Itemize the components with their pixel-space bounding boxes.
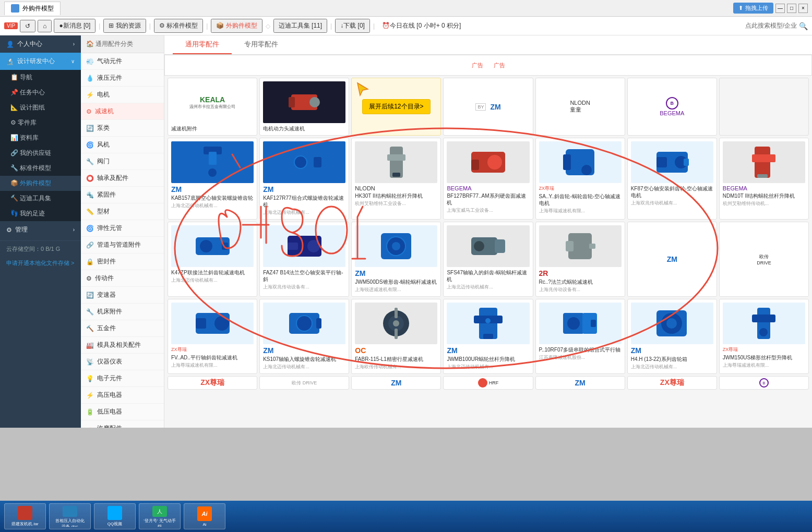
taskbar-item-3[interactable]: 人 '登月号' 无气动手指 [139, 503, 181, 529]
product-card-7[interactable]: K47ZP联接法兰斜齿轮减速电机 上海北迈传动机械有... [168, 222, 257, 297]
purchased-models-button[interactable]: 📦 外购件模型 [211, 19, 262, 33]
tools-button[interactable]: 迈迪工具集 [11] [273, 19, 327, 33]
upload-button[interactable]: ⬆ 拖拽上传 [733, 3, 773, 14]
cat-item-seal[interactable]: 🔒 密封件 [81, 253, 164, 270]
product-card-0[interactable]: ZM KAB157底脚空心轴安装螺旋锥齿轮 上海北迈传动机械有... [168, 138, 257, 220]
cat-item-valve[interactable]: 🔧 阀门 [81, 153, 164, 170]
taskbar: 搭建发机机.tar 首相压入自动化设备.doc QQ视频 人 '登月号' 无气动… [0, 501, 812, 532]
sidebar-item-nav[interactable]: 📋 导航 [0, 70, 81, 85]
search-icon[interactable]: 🔍 [799, 22, 808, 30]
cat-item-reducer[interactable]: ⚙ 减速机 [81, 103, 164, 120]
product-card-18[interactable]: ZX尊瑞 JWM150US梯形丝杆型升降机 上海尊瑞减速机有限... [719, 299, 809, 374]
new-message-button[interactable]: ●新消息 [0] [54, 19, 95, 33]
sidebar-item-tools[interactable]: 🔨 迈迪工具集 [0, 191, 81, 206]
minimize-button[interactable]: — [775, 4, 785, 13]
cat-item-fastener[interactable]: 🔩 紧固件 [81, 187, 164, 203]
sidebar-item-parts[interactable]: ⚙ 零件库 [0, 115, 81, 130]
category-icon: 🏠 [86, 40, 94, 47]
cat-item-machine-tool[interactable]: 🔧 机床附件 [81, 304, 164, 320]
cat-item-motor[interactable]: ⚡ 电机 [81, 87, 164, 103]
open-local-storage[interactable]: 申请开通本地化文件存储 > [0, 257, 81, 269]
sidebar-item-footprint[interactable]: 👣 我的足迹 [0, 206, 81, 221]
cat-item-lv[interactable]: 🔋 低压电器 [81, 404, 164, 420]
product-card-11[interactable]: 2R Rc..?法兰式蜗轮减速机 上海兆传动设备有... [535, 222, 625, 297]
sidebar-item-design[interactable]: 🔬 设计研发中心 ∨ [0, 53, 81, 70]
product-card-12[interactable]: ZX尊瑞 FV..AD..平行轴斜齿轮减速机 上海尊瑞减速机有限... [168, 299, 257, 374]
sidebar-item-data[interactable]: 📊 资料库 [0, 130, 81, 146]
bearing-icon: ⭕ [86, 175, 94, 182]
product-card-6[interactable]: BEGEMA NDM10T II结构蜗轮丝杆升降机 杭州艾勒维特传动机... [719, 138, 809, 220]
taskbar-item-2[interactable]: QQ视频 [94, 503, 136, 529]
home-button[interactable]: ⌂ [38, 20, 52, 32]
category-panel: 🏠 通用配件分类 💨 气动元件 💧 液压元件 ⚡ 电机 ⚙ 减速机 🔄 泵类 🌀… [81, 35, 164, 428]
cat-item-hydraulic[interactable]: 💧 液压元件 [81, 70, 164, 87]
cat-item-spring[interactable]: 🌀 弹性元管 [81, 220, 164, 237]
product-card-8[interactable]: FAZ47 B14法兰空心轴安装平行轴-斜 上海双兆传动设备有... [259, 222, 349, 297]
arrow-icon: › [73, 41, 75, 47]
svg-rect-12 [387, 154, 405, 161]
product-card-13[interactable]: ZM KS107轴输入螺旋锥齿轮减速机 上海北迈传动机械有... [259, 299, 349, 374]
cat-item-auto[interactable]: 🚗 汽摩配件 [81, 420, 164, 428]
cat-item-electronic[interactable]: 💡 电子元件 [81, 370, 164, 387]
cat-item-profile[interactable]: 📏 型材 [81, 203, 164, 220]
taskbar-item-0[interactable]: 搭建发机机.tar [4, 503, 46, 529]
sidebar-item-purchased[interactable]: 📦 外购件模型 [0, 176, 81, 191]
taskbar-item-1[interactable]: 首相压入自动化设备.doc [49, 503, 91, 529]
product-card-16[interactable]: P..10RF07多级串联的组合式平行轴 江苏秦隆减速机股份... [535, 299, 625, 374]
my-resources-button[interactable]: ⊞ 我的资源 [103, 19, 146, 33]
sidebar-item-admin[interactable]: ⚙ 管理 › [0, 221, 81, 238]
taskbar-label-0: 搭建发机机.tar [11, 521, 39, 527]
product-card-15[interactable]: ZM JWMB100UR蜗轮丝杆升降机 上海北迈传动机械有... [443, 299, 533, 374]
cat-item-pneumatic[interactable]: 💨 气动元件 [81, 53, 164, 70]
download-button[interactable]: ↓下载 [0] [335, 19, 370, 33]
sidebar-item-task[interactable]: 📌 任务中心 [0, 85, 81, 100]
expand-button[interactable]: 展开后续12个目录> [362, 99, 430, 114]
taskbar-item-4[interactable]: Ai Ai [184, 503, 225, 529]
product-card-14[interactable]: OC FABR-115-L1精密行星减速机 上海欧传传动机械有... [351, 299, 441, 374]
product-card-2[interactable]: NLODN HK30T II结构蜗轮丝杆升降机 杭州艾勒维特工业设备... [351, 138, 441, 220]
product-card-10[interactable]: SFS47轴输入的斜齿-蜗轮蜗杆减速机 上海北迈传动机械有... [443, 222, 533, 297]
svg-rect-25 [752, 154, 775, 162]
cat-item-transmission[interactable]: ⚙ 传动件 [81, 270, 164, 287]
search-label[interactable]: 点此搜索模型/企业 [745, 21, 797, 30]
svg-rect-21 [656, 157, 667, 167]
sidebar-item-drawings[interactable]: 📐 设计图纸 [0, 100, 81, 115]
product-card-keala[interactable]: KEALA 温州市卡拉五金有限公司 减速机附件 [168, 78, 257, 136]
expand-menu-card[interactable]: 展开后续12个目录> [351, 78, 441, 136]
tab-general[interactable]: 通用零配件 [173, 35, 232, 54]
product-card-3[interactable]: BEGEMA BF127BRF77..AM系列硬齿面减速机 上海宝威马工业设备.… [443, 138, 533, 220]
refresh-button[interactable]: ↺ [20, 20, 35, 32]
instrument-icon: 📡 [86, 358, 94, 366]
tab-special[interactable]: 专用零配件 [232, 35, 291, 54]
drawing-icon: 📐 [10, 104, 18, 111]
svg-point-16 [487, 154, 503, 170]
vip-badge[interactable]: VIP [4, 22, 18, 29]
product-card-motor-reducer[interactable]: 电机动力头减速机 [259, 78, 349, 136]
cat-item-mold[interactable]: 🏭 模具及相关配件 [81, 337, 164, 354]
product-card-1[interactable]: ZM KAF127R77组合式螺旋锥齿轮减速机 上海北迈传动机械有... [259, 138, 349, 220]
cat-item-hv[interactable]: ⚡ 高压电器 [81, 387, 164, 404]
svg-rect-23 [684, 159, 689, 166]
cat-item-pump[interactable]: 🔄 泵类 [81, 120, 164, 137]
product-card-17[interactable]: ZM H4.H (13-22)系列齿轮箱 上海北迈传动机械有... [627, 299, 717, 374]
sidebar-item-suppliers[interactable]: 🔗 我的供应链 [0, 146, 81, 161]
close-button[interactable]: × [798, 4, 808, 13]
product-img-17 [631, 303, 713, 344]
product-card-5[interactable]: KF87空心轴安装斜齿轮-空心轴减速电机 上海双兆传动机械有... [627, 138, 717, 220]
product-img-15 [447, 303, 529, 344]
svg-rect-13 [392, 173, 400, 177]
product-img-motor [263, 81, 345, 123]
product-card-9[interactable]: ZM JWM500DS锥形齿-蜗轮蜗杆减速机 上海锐进减速机有限... [351, 222, 441, 297]
cat-item-bearing[interactable]: ⭕ 轴承及配件 [81, 170, 164, 187]
cat-item-pipe[interactable]: 🔗 管道与管道附件 [81, 237, 164, 253]
cat-item-hardware[interactable]: 🔨 五金件 [81, 320, 164, 337]
sidebar-item-standard[interactable]: 🔧 标准件模型 [0, 161, 81, 176]
cat-item-instrument[interactable]: 📡 仪器仪表 [81, 354, 164, 370]
cat-item-fan[interactable]: 🌀 风机 [81, 137, 164, 153]
product-card-4[interactable]: ZX尊瑞 SA..Y..斜齿轮-蜗轮齿轮-空心轴减速电机 上海尊瑞减速机有限..… [535, 138, 625, 220]
sidebar-item-personal[interactable]: 👤 个人中心 › [0, 35, 81, 53]
maximize-button[interactable]: □ [787, 4, 796, 13]
standard-models-button[interactable]: ⚙ 标准件模型 [154, 19, 203, 33]
title-tab[interactable]: 外购件模型 [4, 2, 61, 15]
cat-item-transmission2[interactable]: 🔄 变速器 [81, 287, 164, 304]
